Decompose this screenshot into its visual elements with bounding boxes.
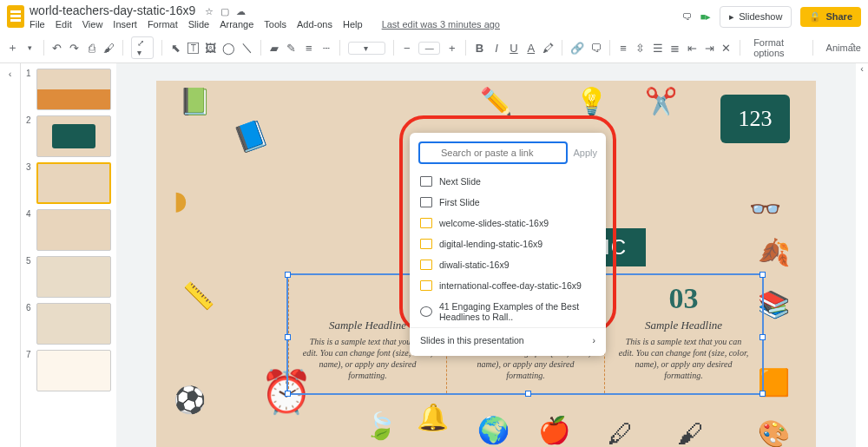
link-suggestion-list[interactable]: Next Slide First Slide welcome-slides-st… xyxy=(410,171,606,327)
move-icon[interactable]: ▢ xyxy=(220,6,229,17)
link-item-presentation[interactable]: welcome-slides-static-16x9 xyxy=(410,213,606,233)
link-item-next-slide[interactable]: Next Slide xyxy=(410,171,606,192)
link-icon[interactable]: 🔗 xyxy=(570,41,584,55)
slideshow-label: Slideshow xyxy=(739,11,782,22)
font-size-input[interactable]: — xyxy=(418,42,440,55)
format-options[interactable]: Format options xyxy=(753,37,805,58)
left-gutter: ‹ xyxy=(0,63,21,447)
font-select[interactable]: ▾ xyxy=(348,42,385,55)
undo-icon[interactable]: ↶ xyxy=(52,41,63,55)
menu-addons[interactable]: Add-ons xyxy=(297,19,332,30)
slideshow-button[interactable]: ▸ Slideshow xyxy=(720,6,792,28)
share-button[interactable]: 🔒 Share xyxy=(800,7,861,27)
redo-icon[interactable]: ↷ xyxy=(69,41,80,55)
thumb-2[interactable] xyxy=(36,115,111,157)
underline-icon[interactable]: U xyxy=(509,41,520,55)
thumb-4[interactable] xyxy=(36,209,111,251)
star-icon[interactable]: ☆ xyxy=(205,6,214,17)
fill-color-icon[interactable]: ▰ xyxy=(269,41,280,55)
image-icon[interactable]: 🖼 xyxy=(205,41,216,55)
selection-handle[interactable] xyxy=(760,272,766,278)
column-3[interactable]: 03 Sample Headline This is a sample text… xyxy=(604,275,762,393)
text-color-icon[interactable]: A xyxy=(525,41,536,55)
chevron-left-icon[interactable]: ‹ xyxy=(9,69,12,79)
list-bullet-icon[interactable]: ☰ xyxy=(652,41,663,55)
menu-tools[interactable]: Tools xyxy=(264,19,286,30)
comment-icon[interactable]: 🗨 xyxy=(590,41,602,55)
doc-title[interactable]: world-teachers-day-static-16x9 xyxy=(30,3,195,17)
font-inc-icon[interactable]: + xyxy=(446,41,457,55)
selection-handle[interactable] xyxy=(285,272,291,278)
selection-handle[interactable] xyxy=(285,334,291,340)
thumb-row[interactable]: 5 xyxy=(26,256,111,298)
thumb-row[interactable]: 2 xyxy=(26,115,111,157)
link-search-input[interactable] xyxy=(418,141,568,164)
last-edit[interactable]: Last edit was 3 minutes ago xyxy=(382,19,500,30)
line-spacing-icon[interactable]: ⇳ xyxy=(635,41,647,55)
border-weight-icon[interactable]: ≡ xyxy=(303,41,314,55)
menu-file[interactable]: File xyxy=(30,19,45,30)
thumb-1[interactable] xyxy=(36,69,111,110)
indent-dec-icon[interactable]: ⇤ xyxy=(687,41,698,55)
selection-handle[interactable] xyxy=(760,391,766,397)
link-item-first-slide[interactable]: First Slide xyxy=(410,192,606,213)
list-number-icon[interactable]: ≣ xyxy=(669,41,681,55)
link-item-presentation[interactable]: diwali-static-16x9 xyxy=(410,254,606,275)
col-body[interactable]: This is a sample text that you can edit.… xyxy=(617,336,750,381)
border-dash-icon[interactable]: ┄ xyxy=(320,41,332,55)
highlight-icon[interactable]: 🖍 xyxy=(542,41,554,55)
thumb-row[interactable]: 1 xyxy=(26,69,111,110)
menu-format[interactable]: Format xyxy=(148,19,178,30)
menu-view[interactable]: View xyxy=(82,19,103,30)
link-item-web[interactable]: 41 Engaging Examples of the Best Headlin… xyxy=(410,296,606,327)
link-item-presentation[interactable]: international-coffee-day-static-16x9 xyxy=(410,275,606,296)
line-icon[interactable]: ＼ xyxy=(241,41,253,55)
menu-help[interactable]: Help xyxy=(343,19,363,30)
menu-slide[interactable]: Slide xyxy=(188,19,209,30)
collapse-toolbar-icon[interactable]: ˆ xyxy=(845,41,859,55)
link-apply-button[interactable]: Apply xyxy=(573,148,597,158)
thumb-row[interactable]: 6 xyxy=(26,303,111,345)
col-headline[interactable]: Sample Headline xyxy=(617,319,750,332)
italic-icon[interactable]: I xyxy=(491,41,503,55)
border-color-icon[interactable]: ✎ xyxy=(286,41,298,55)
thumb-5[interactable] xyxy=(36,256,111,298)
lock-icon: 🔒 xyxy=(809,11,821,23)
shape-icon[interactable]: ◯ xyxy=(222,41,235,55)
menu-arrange[interactable]: Arrange xyxy=(220,19,253,30)
textbox-icon[interactable]: 🅃 xyxy=(187,41,199,55)
link-item-label: diwali-static-16x9 xyxy=(439,260,510,270)
selection-handle[interactable] xyxy=(285,391,291,397)
thumb-3[interactable] xyxy=(36,162,111,204)
palette-icon: 🎨 xyxy=(758,418,790,447)
bold-icon[interactable]: B xyxy=(474,41,485,55)
thumb-7[interactable] xyxy=(36,350,111,391)
menu-edit[interactable]: Edit xyxy=(56,19,72,30)
meet-icon[interactable]: ■▸ xyxy=(700,11,712,23)
separator xyxy=(339,40,340,56)
align-icon[interactable]: ≡ xyxy=(618,41,629,55)
comments-icon[interactable]: 🗨 xyxy=(682,11,692,22)
slides-logo xyxy=(7,5,24,28)
selection-handle[interactable] xyxy=(525,391,531,397)
paint-format-icon[interactable]: 🖌 xyxy=(103,41,115,55)
thumbnail-strip[interactable]: 1 2 3 4 5 6 7 xyxy=(21,63,116,447)
print-icon[interactable]: ⎙ xyxy=(86,41,97,55)
select-icon[interactable]: ⬉ xyxy=(170,41,181,55)
link-slides-in-presentation[interactable]: Slides in this presentation › xyxy=(410,327,606,352)
thumb-row[interactable]: 3 xyxy=(26,162,111,204)
cloud-icon[interactable]: ☁ xyxy=(236,6,246,17)
thumb-6[interactable] xyxy=(36,303,111,345)
indent-inc-icon[interactable]: ⇥ xyxy=(704,41,715,55)
zoom-select[interactable]: ⤢ ▾ xyxy=(131,36,155,59)
clear-format-icon[interactable]: ✕ xyxy=(721,41,733,55)
font-dec-icon[interactable]: − xyxy=(401,41,412,55)
menu-insert[interactable]: Insert xyxy=(113,19,137,30)
right-collapse[interactable]: ‹ xyxy=(856,63,868,447)
new-slide-icon[interactable]: ＋ xyxy=(7,41,18,55)
thumb-row[interactable]: 7 xyxy=(26,350,111,391)
thumb-row[interactable]: 4 xyxy=(26,209,111,251)
selection-handle[interactable] xyxy=(760,334,766,340)
new-slide-caret-icon[interactable]: ▾ xyxy=(24,41,36,55)
link-item-presentation[interactable]: digital-lending-static-16x9 xyxy=(410,233,606,254)
